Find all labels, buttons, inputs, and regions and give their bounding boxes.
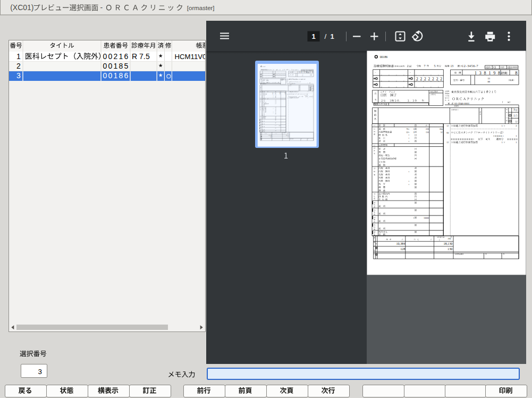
svg-text:(XC01): (XC01) (10, 3, 33, 12)
svg-text:00216: 00216 (103, 52, 130, 61)
svg-text:00185: 00185 (103, 62, 130, 70)
svg-text:1: 1 (331, 32, 334, 40)
svg-text:1: 1 (311, 32, 315, 40)
svg-text:1: 1 (16, 52, 21, 61)
svg-text:R 7.: R 7. (132, 52, 146, 61)
svg-text:5: 5 (146, 52, 150, 61)
svg-text:[ormaster]: [ormaster] (187, 5, 215, 11)
svg-text:3: 3 (38, 368, 42, 376)
svg-text:/: / (325, 32, 327, 40)
svg-text:3: 3 (16, 71, 21, 80)
svg-text:2: 2 (16, 62, 21, 70)
svg-text:-: - (100, 3, 103, 12)
svg-text:HCM11V01: HCM11V01 (175, 53, 210, 61)
svg-text:00186: 00186 (103, 71, 130, 80)
